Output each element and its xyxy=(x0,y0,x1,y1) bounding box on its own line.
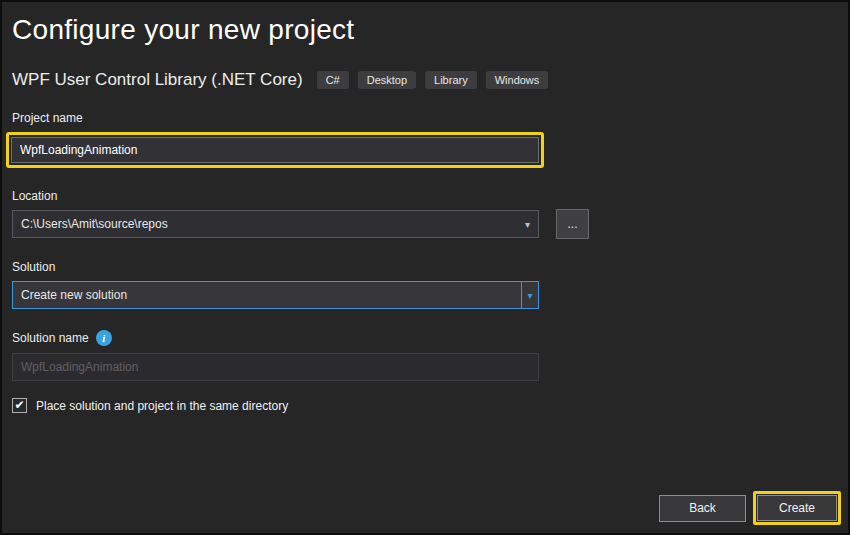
template-name: WPF User Control Library (.NET Core) xyxy=(12,70,303,90)
page-title: Configure your new project xyxy=(12,14,848,46)
solution-name-label-row: Solution name i xyxy=(12,330,848,346)
solution-dropdown-button[interactable]: ▾ xyxy=(521,282,538,308)
tag-platform: Desktop xyxy=(358,71,416,89)
dialog-footer: Back Create xyxy=(659,491,841,525)
solution-value: Create new solution xyxy=(13,288,521,302)
location-label: Location xyxy=(12,189,848,203)
project-name-highlight xyxy=(6,132,544,168)
same-directory-row: ✔ Place solution and project in the same… xyxy=(12,398,848,413)
same-directory-label: Place solution and project in the same d… xyxy=(36,399,288,413)
chevron-down-icon: ▾ xyxy=(527,290,532,301)
dialog-content: Configure your new project WPF User Cont… xyxy=(2,2,848,413)
tag-language: C# xyxy=(317,71,349,89)
back-button[interactable]: Back xyxy=(659,495,746,522)
tag-os: Windows xyxy=(486,71,549,89)
template-row: WPF User Control Library (.NET Core) C# … xyxy=(12,70,848,90)
tag-type: Library xyxy=(425,71,477,89)
create-button[interactable]: Create xyxy=(757,495,837,521)
info-icon[interactable]: i xyxy=(96,330,112,346)
solution-combobox[interactable]: Create new solution ▾ xyxy=(12,281,539,309)
location-value: C:\Users\Amit\source\repos xyxy=(21,217,168,231)
project-name-input[interactable] xyxy=(11,137,539,163)
solution-name-input xyxy=(12,353,539,381)
same-directory-checkbox[interactable]: ✔ xyxy=(12,398,27,413)
configure-project-dialog: Configure your new project WPF User Cont… xyxy=(0,0,850,535)
location-combobox[interactable]: C:\Users\Amit\source\repos ▾ xyxy=(12,210,539,238)
create-button-highlight: Create xyxy=(753,491,841,525)
solution-name-label: Solution name xyxy=(12,331,89,345)
project-name-label: Project name xyxy=(12,111,848,125)
browse-location-button[interactable]: ... xyxy=(556,209,589,239)
solution-label: Solution xyxy=(12,260,848,274)
location-row: C:\Users\Amit\source\repos ▾ ... xyxy=(12,210,848,239)
template-tags: C# Desktop Library Windows xyxy=(317,71,549,89)
chevron-down-icon: ▾ xyxy=(525,219,530,230)
